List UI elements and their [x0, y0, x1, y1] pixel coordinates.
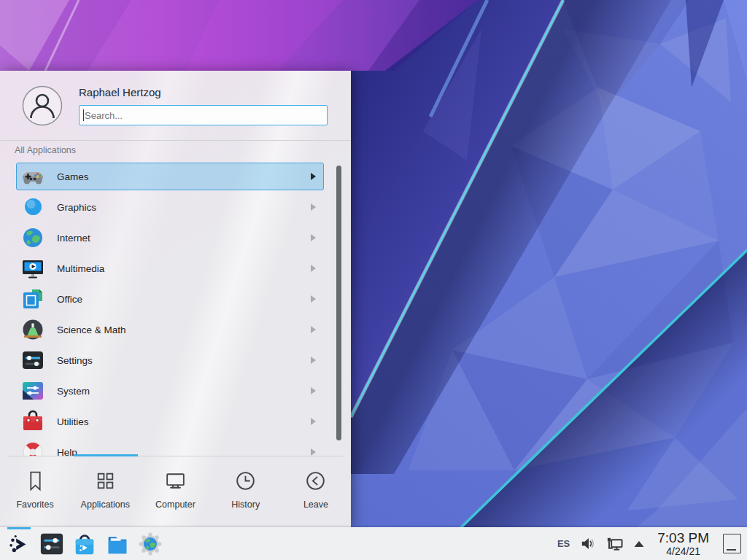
text-cursor: [83, 109, 84, 121]
category-label: Graphics: [57, 202, 311, 213]
category-system[interactable]: System: [16, 377, 324, 405]
digital-clock[interactable]: 7:03 PM 4/24/21: [657, 531, 709, 556]
user-name: Raphael Hertzog: [79, 86, 161, 98]
file-manager-button[interactable]: [104, 530, 131, 558]
globe-earth-icon: [21, 226, 44, 249]
category-office[interactable]: Office: [16, 285, 324, 313]
desktop: Raphael Hertzog All Applications Games: [0, 0, 747, 560]
tab-label: Leave: [303, 499, 328, 510]
submenu-arrow-icon: [311, 295, 316, 303]
submenu-arrow-icon: [311, 203, 316, 211]
submenu-arrow-icon: [311, 326, 316, 333]
gamepad-icon: [21, 165, 44, 188]
category-science-math[interactable]: Science & Math: [16, 316, 324, 343]
list-scrollbar[interactable]: [336, 166, 341, 440]
submenu-arrow-icon: [311, 387, 316, 394]
lifebuoy-icon: [21, 440, 44, 456]
category-label: Utilities: [57, 416, 311, 427]
system-settings-icon: [39, 532, 64, 556]
network-icon[interactable]: [605, 535, 624, 553]
grid-icon: [93, 469, 117, 493]
flask-icon: [21, 318, 44, 341]
category-settings[interactable]: Settings: [16, 346, 324, 374]
tray-expand-arrow-icon[interactable]: [633, 540, 645, 548]
tab-label: Favorites: [16, 499, 53, 510]
kali-menu-launcher-button[interactable]: [5, 530, 33, 558]
submenu-arrow-icon: [311, 173, 316, 180]
system-sliders-icon: [21, 379, 44, 402]
header-separator: [0, 140, 351, 141]
clock-icon: [233, 469, 258, 493]
tab-leave[interactable]: Leave: [281, 456, 351, 527]
monitor-play-icon: [21, 257, 44, 280]
tab-label: History: [231, 499, 260, 510]
category-utilities[interactable]: Utilities: [16, 408, 324, 435]
application-launcher-menu: Raphael Hertzog All Applications Games: [0, 71, 351, 527]
active-task-indicator: [7, 527, 31, 529]
keyboard-layout-indicator[interactable]: ES: [557, 538, 570, 549]
tab-computer[interactable]: Computer: [140, 456, 210, 527]
category-label: Internet: [57, 233, 311, 244]
web-browser-button[interactable]: [136, 530, 164, 558]
settings-sliders-icon: [21, 349, 44, 372]
category-label: Multimedia: [57, 263, 311, 274]
system-tray: ES 7:03 PM 4/24/21: [557, 531, 741, 556]
user-avatar-icon[interactable]: [22, 85, 63, 126]
category-label: Games: [57, 171, 311, 182]
tab-history[interactable]: History: [211, 456, 281, 527]
category-multimedia[interactable]: Multimedia: [16, 254, 324, 282]
category-internet[interactable]: Internet: [16, 224, 324, 252]
office-documents-icon: [21, 287, 44, 311]
tab-label: Applications: [81, 499, 130, 510]
discover-software-button[interactable]: [71, 530, 98, 558]
category-label: Science & Math: [57, 324, 311, 335]
discover-bag-icon: [72, 532, 97, 556]
category-label: Settings: [57, 355, 311, 366]
folder-icon: [105, 532, 130, 556]
category-help[interactable]: Help: [16, 438, 324, 456]
submenu-arrow-icon: [311, 357, 316, 364]
tab-favorites[interactable]: Favorites: [0, 456, 70, 527]
launcher-header: Raphael Hertzog: [0, 71, 351, 140]
toolbox-icon: [21, 410, 44, 433]
submenu-arrow-icon: [311, 448, 316, 456]
tab-label: Computer: [155, 499, 196, 510]
volume-icon[interactable]: [579, 535, 596, 552]
system-settings-button[interactable]: [38, 530, 66, 558]
category-games[interactable]: Games: [16, 163, 324, 190]
submenu-arrow-icon: [311, 234, 316, 241]
globe-gear-icon: [138, 532, 163, 556]
launcher-tabbar: Favorites Applications Computer: [0, 456, 351, 527]
tab-applications[interactable]: Applications: [70, 456, 140, 527]
kali-logo-icon: [7, 532, 31, 556]
graphics-sphere-icon: [21, 195, 44, 219]
submenu-arrow-icon: [311, 265, 316, 272]
show-desktop-button[interactable]: [723, 534, 741, 553]
leave-back-icon: [303, 469, 328, 493]
clock-time: 7:03 PM: [657, 531, 709, 545]
clock-date: 4/24/21: [657, 546, 709, 556]
category-label: Office: [57, 294, 311, 305]
category-list: Games Graphics Internet: [16, 163, 324, 456]
category-label: System: [57, 386, 311, 397]
section-label: All Applications: [15, 145, 76, 155]
computer-icon: [163, 469, 187, 493]
submenu-arrow-icon: [311, 418, 316, 425]
category-graphics[interactable]: Graphics: [16, 193, 324, 221]
taskbar-panel: ES 7:03 PM 4/24/21: [0, 527, 747, 560]
bookmark-icon: [23, 469, 47, 493]
search-input[interactable]: [79, 105, 328, 125]
